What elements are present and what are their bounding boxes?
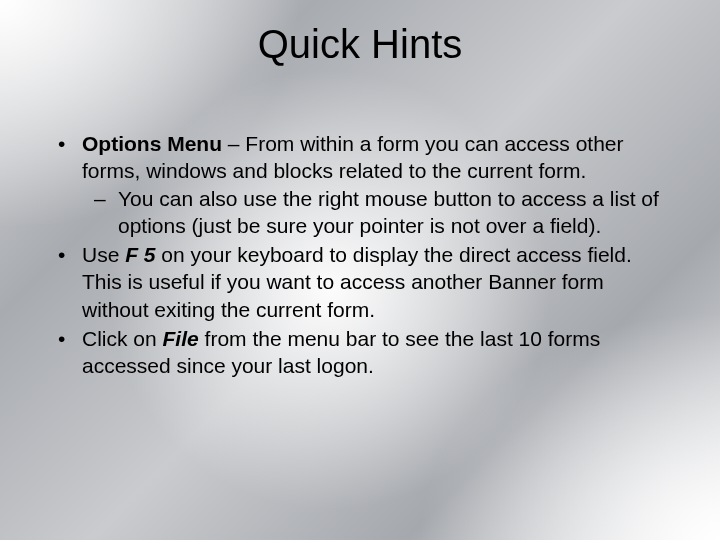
text: Use (82, 243, 125, 266)
text: on your keyboard to display the direct a… (82, 243, 632, 321)
list-item: Use F 5 on your keyboard to display the … (54, 241, 660, 323)
slide: Quick Hints Options Menu – From within a… (0, 0, 720, 540)
text: Click on (82, 327, 163, 350)
sub-list: You can also use the right mouse button … (82, 185, 660, 240)
list-item: Options Menu – From within a form you ca… (54, 130, 660, 239)
bold-term: Options Menu (82, 132, 222, 155)
text: You can also use the right mouse button … (118, 187, 659, 237)
slide-body: Options Menu – From within a form you ca… (54, 130, 660, 382)
slide-title: Quick Hints (0, 22, 720, 67)
key-name: F 5 (125, 243, 155, 266)
bullet-list: Options Menu – From within a form you ca… (54, 130, 660, 380)
list-item: You can also use the right mouse button … (82, 185, 660, 240)
menu-name: File (163, 327, 199, 350)
list-item: Click on File from the menu bar to see t… (54, 325, 660, 380)
